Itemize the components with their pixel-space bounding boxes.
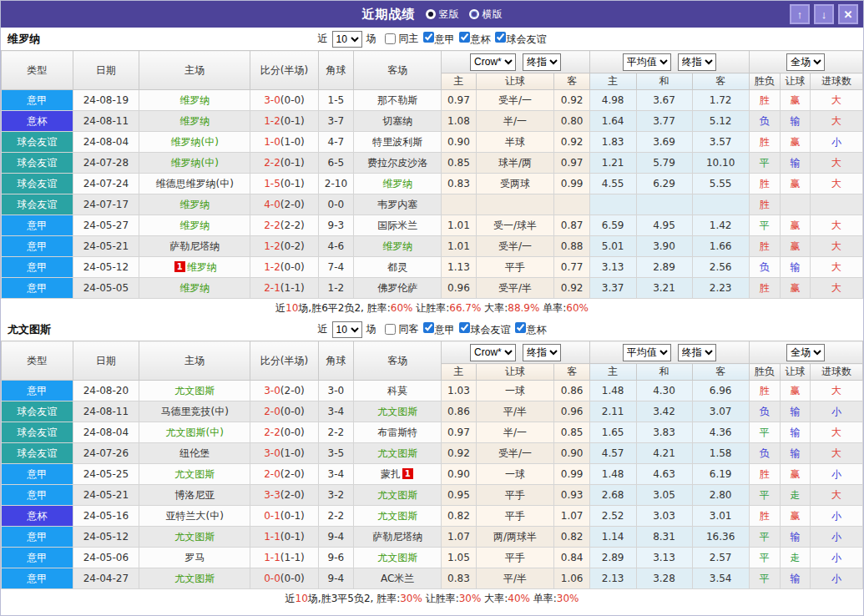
fulltime-score: 0-1	[264, 510, 280, 522]
column-header: 比分(半场)	[250, 51, 319, 90]
average-select[interactable]: 平均值	[623, 344, 671, 361]
odds-away-cell: 0.80	[554, 111, 589, 132]
summary-label: 场,胜3平5负2, 胜率:	[308, 593, 400, 604]
avg-home-cell: 1.48	[589, 381, 636, 401]
league-type-cell: 意甲	[2, 215, 73, 236]
halftime-score: (1-0)	[280, 136, 305, 148]
red-card-badge: 1	[402, 468, 413, 479]
away-team-cell: 韦罗内塞	[354, 194, 442, 215]
league-checkbox[interactable]	[423, 32, 434, 43]
away-team-cell: 国际米兰	[354, 215, 442, 236]
avg-away-cell: 2.80	[692, 485, 749, 506]
avg-draw-cell: 3.90	[636, 236, 692, 257]
result-handicap-cell: 赢	[780, 506, 810, 527]
result-outcome-cell: 平	[749, 548, 780, 568]
corners-cell: 3-5	[318, 443, 353, 464]
match-count-select[interactable]: 10	[332, 321, 362, 338]
result-outcome-cell: 胜	[749, 132, 780, 153]
league-type-cell: 意甲	[2, 236, 73, 257]
same-venue-checkbox[interactable]	[385, 33, 396, 44]
avg-home-cell: 3.13	[589, 257, 636, 278]
league-checkbox[interactable]	[459, 322, 470, 333]
odds-stage-select[interactable]: 终指	[523, 53, 561, 71]
away-team-name: 尤文图斯	[377, 552, 417, 563]
avg-home-cell: 2.13	[589, 568, 636, 589]
fulltime-group-header: 全场	[749, 51, 862, 73]
summary-label: 让胜率:	[422, 593, 459, 604]
league-checkbox[interactable]	[459, 32, 470, 43]
league-checkbox[interactable]	[515, 322, 526, 333]
result-handicap-cell: 赢	[780, 278, 810, 299]
summary-value: 10	[296, 593, 308, 604]
column-header: 日期	[73, 341, 139, 381]
same-venue-checkbox[interactable]	[385, 324, 396, 335]
average-stage-select[interactable]: 终指	[678, 53, 716, 71]
close-button[interactable]: ✕	[838, 4, 858, 24]
near-label: 近	[318, 32, 328, 46]
scope-select[interactable]: 全场	[786, 344, 825, 361]
odds-away-cell: 0.96	[554, 401, 589, 422]
move-down-button[interactable]: ↓	[814, 4, 834, 24]
league-checkbox[interactable]	[423, 322, 434, 333]
halftime-score: (0-0)	[280, 94, 305, 106]
fulltime-group-selects: 全场	[750, 53, 862, 71]
corners-cell: 7-4	[318, 257, 353, 278]
away-team-cell: 维罗纳	[354, 174, 442, 194]
record-summary: 近10场,胜6平2负2, 胜率:60% 让胜率:66.7% 大率:88.9% 单…	[1, 299, 863, 318]
avg-draw-cell: 4.21	[636, 443, 692, 464]
summary-label: 近	[285, 593, 296, 604]
avg-draw-cell: 4.95	[636, 215, 692, 236]
corners-cell: 9-4	[318, 568, 353, 589]
bookmaker-select[interactable]: Crow*	[470, 53, 516, 71]
radio-vertical-layout[interactable]: 竖版	[426, 8, 459, 22]
avg-draw-cell: 3.83	[636, 422, 692, 443]
team-name: 维罗纳	[8, 32, 40, 47]
away-team-name: 佛罗伦萨	[377, 282, 417, 294]
average-group-header: 平均值终指	[589, 51, 749, 73]
away-team-cell: 科莫	[354, 381, 442, 401]
odds-away-cell: 0.92	[554, 90, 589, 111]
section-filter-bar: 维罗纳近10场同主意甲意杯球会友谊	[1, 28, 863, 50]
average-stage-select[interactable]: 终指	[678, 344, 716, 361]
result-goals-cell: 小	[810, 527, 862, 548]
fulltime-score: 1-5	[264, 178, 280, 189]
match-count-select[interactable]: 10	[332, 31, 362, 48]
league-type-cell: 意甲	[2, 485, 73, 506]
match-row: 意杯24-08-11维罗纳1-2(0-1)3-7切塞纳1.08半/一0.801.…	[2, 111, 863, 132]
odds-home-cell: 1.05	[442, 548, 476, 568]
avg-draw-cell: 4.30	[636, 381, 692, 401]
match-row: 意甲24-05-121维罗纳1-2(0-0)7-4都灵1.13平手0.773.1…	[2, 257, 863, 278]
column-header: 类型	[2, 341, 73, 381]
summary-value: 66.7%	[449, 302, 481, 314]
league-type-cell: 意甲	[2, 527, 73, 548]
away-team-cell: 尤文图斯	[354, 443, 442, 464]
score-cell: 1-5(0-1)	[250, 174, 319, 194]
avg-draw-cell: 3.05	[636, 485, 692, 506]
avg-home-cell	[589, 194, 636, 215]
score-cell: 1-2(0-2)	[250, 236, 319, 257]
corners-cell: 0-0	[318, 194, 353, 215]
odds-stage-select[interactable]: 终指	[523, 344, 561, 361]
result-handicap-cell: 输	[780, 401, 810, 422]
odds-away-cell: 0.82	[554, 527, 589, 548]
league-type-cell: 球会友谊	[2, 422, 73, 443]
average-select[interactable]: 平均值	[623, 53, 671, 71]
move-up-button[interactable]: ↑	[790, 4, 810, 24]
odds-away-cell: 0.99	[554, 464, 589, 485]
date-cell: 24-07-17	[73, 194, 139, 215]
radio-horizontal-layout[interactable]: 横版	[469, 8, 503, 22]
bookmaker-select[interactable]: Crow*	[470, 344, 516, 361]
fulltime-score: 2-0	[264, 468, 280, 480]
odds-handicap-cell	[476, 194, 554, 215]
halftime-score: (0-1)	[280, 178, 305, 189]
halftime-score: (0-0)	[280, 427, 305, 438]
odds-handicap-cell: 平手	[476, 506, 554, 527]
league-type-cell: 球会友谊	[2, 174, 73, 194]
halftime-score: (2-0)	[280, 385, 305, 396]
column-header: 主场	[139, 51, 250, 90]
radio-unselected-icon	[469, 9, 479, 19]
odds-home-cell: 0.86	[442, 401, 476, 422]
scope-select[interactable]: 全场	[786, 53, 825, 71]
summary-label: 大率:	[481, 593, 508, 604]
league-checkbox[interactable]	[495, 32, 506, 43]
